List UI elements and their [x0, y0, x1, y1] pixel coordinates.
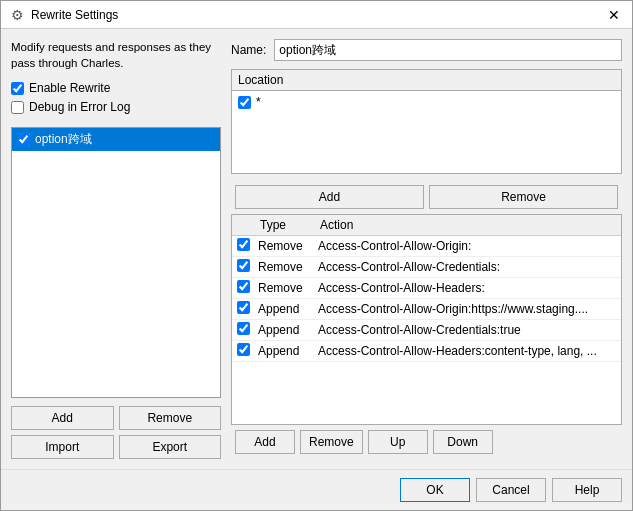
- rules-row-action: Access-Control-Allow-Credentials:: [314, 257, 621, 278]
- rules-row-action: Access-Control-Allow-Headers:: [314, 278, 621, 299]
- enable-rewrite-row: Enable Rewrite: [11, 81, 221, 95]
- rules-row-type: Remove: [254, 278, 314, 299]
- right-panel: Name: Location * Add Remove: [231, 39, 622, 459]
- rules-table-row[interactable]: AppendAccess-Control-Allow-Credentials:t…: [232, 320, 621, 341]
- rules-row-type: Remove: [254, 257, 314, 278]
- rules-table-row[interactable]: AppendAccess-Control-Allow-Headers:conte…: [232, 341, 621, 362]
- ok-button[interactable]: OK: [400, 478, 470, 502]
- location-value: *: [256, 95, 261, 109]
- left-buttons: Add Remove Import Export: [11, 406, 221, 459]
- close-button[interactable]: ✕: [604, 5, 624, 25]
- table-actions: Add Remove Up Down: [231, 425, 622, 459]
- add-rule-button[interactable]: Add: [11, 406, 114, 430]
- debug-error-checkbox[interactable]: [11, 101, 24, 114]
- rules-col-action: Action: [314, 215, 621, 236]
- debug-error-row: Debug in Error Log: [11, 100, 221, 114]
- rules-row-checkbox[interactable]: [237, 280, 250, 293]
- location-actions: Add Remove: [231, 180, 622, 214]
- rules-row-action: Access-Control-Allow-Origin:https://www.…: [314, 299, 621, 320]
- rule-name: option跨域: [35, 131, 92, 148]
- rules-table: Type Action RemoveAccess-Control-Allow-O…: [232, 215, 621, 362]
- rules-add-button[interactable]: Add: [235, 430, 295, 454]
- rules-table-header-row: Type Action: [232, 215, 621, 236]
- name-input[interactable]: [274, 39, 622, 61]
- rules-up-button[interactable]: Up: [368, 430, 428, 454]
- location-row: *: [232, 91, 621, 113]
- remove-rule-button[interactable]: Remove: [119, 406, 222, 430]
- add-remove-row: Add Remove: [11, 406, 221, 430]
- rules-table-row[interactable]: RemoveAccess-Control-Allow-Origin:: [232, 236, 621, 257]
- location-remove-button[interactable]: Remove: [429, 185, 618, 209]
- rule-checkbox[interactable]: [17, 133, 30, 146]
- enable-rewrite-checkbox[interactable]: [11, 82, 24, 95]
- name-label: Name:: [231, 43, 266, 57]
- rules-row-action: Access-Control-Allow-Headers:content-typ…: [314, 341, 621, 362]
- rules-row-checkbox[interactable]: [237, 343, 250, 356]
- location-checkbox[interactable]: [238, 96, 251, 109]
- import-export-row: Import Export: [11, 435, 221, 459]
- rules-table-body: RemoveAccess-Control-Allow-Origin:Remove…: [232, 236, 621, 362]
- location-empty: [232, 113, 621, 173]
- rule-item[interactable]: option跨域: [12, 128, 220, 151]
- enable-rewrite-label: Enable Rewrite: [29, 81, 110, 95]
- location-header: Location: [232, 70, 621, 91]
- export-button[interactable]: Export: [119, 435, 222, 459]
- rules-list[interactable]: option跨域: [11, 127, 221, 398]
- rules-row-checkbox-cell: [232, 299, 254, 320]
- help-button[interactable]: Help: [552, 478, 622, 502]
- rules-row-checkbox-cell: [232, 236, 254, 257]
- rules-row-checkbox-cell: [232, 341, 254, 362]
- rules-row-type: Append: [254, 341, 314, 362]
- title-bar: ⚙ Rewrite Settings ✕: [1, 1, 632, 29]
- rules-table-head: Type Action: [232, 215, 621, 236]
- dialog-body: Modify requests and responses as they pa…: [1, 29, 632, 469]
- cancel-button[interactable]: Cancel: [476, 478, 546, 502]
- rules-row-type: Append: [254, 299, 314, 320]
- location-add-button[interactable]: Add: [235, 185, 424, 209]
- rewrite-settings-dialog: ⚙ Rewrite Settings ✕ Modify requests and…: [0, 0, 633, 511]
- rules-table-row[interactable]: RemoveAccess-Control-Allow-Credentials:: [232, 257, 621, 278]
- rules-col-checkbox: [232, 215, 254, 236]
- rules-row-checkbox-cell: [232, 320, 254, 341]
- rules-row-type: Append: [254, 320, 314, 341]
- rules-down-button[interactable]: Down: [433, 430, 493, 454]
- debug-error-label: Debug in Error Log: [29, 100, 130, 114]
- rules-remove-button[interactable]: Remove: [300, 430, 363, 454]
- rules-row-checkbox[interactable]: [237, 238, 250, 251]
- rules-table-panel: Type Action RemoveAccess-Control-Allow-O…: [231, 214, 622, 425]
- rules-row-action: Access-Control-Allow-Credentials:true: [314, 320, 621, 341]
- rules-col-type: Type: [254, 215, 314, 236]
- dialog-footer: OK Cancel Help: [1, 469, 632, 510]
- rules-row-checkbox-cell: [232, 278, 254, 299]
- name-row: Name:: [231, 39, 622, 61]
- rules-row-type: Remove: [254, 236, 314, 257]
- rules-row-action: Access-Control-Allow-Origin:: [314, 236, 621, 257]
- left-panel: Modify requests and responses as they pa…: [11, 39, 221, 459]
- rules-row-checkbox[interactable]: [237, 259, 250, 272]
- rules-row-checkbox[interactable]: [237, 301, 250, 314]
- description-text: Modify requests and responses as they pa…: [11, 39, 221, 71]
- location-panel: Location *: [231, 69, 622, 174]
- rules-row-checkbox-cell: [232, 257, 254, 278]
- rules-row-checkbox[interactable]: [237, 322, 250, 335]
- rules-table-row[interactable]: RemoveAccess-Control-Allow-Headers:: [232, 278, 621, 299]
- rules-table-row[interactable]: AppendAccess-Control-Allow-Origin:https:…: [232, 299, 621, 320]
- dialog-icon: ⚙: [9, 7, 25, 23]
- import-button[interactable]: Import: [11, 435, 114, 459]
- dialog-title: Rewrite Settings: [31, 8, 604, 22]
